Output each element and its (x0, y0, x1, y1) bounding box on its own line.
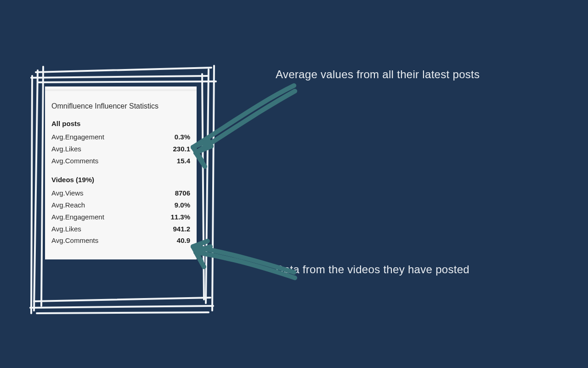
label-all-engagement: Avg.Engagement (51, 132, 104, 142)
row-videos-comments: Avg.Comments 40.9 (45, 235, 197, 247)
row-videos-engagement: Avg.Engagement 11.3% (45, 211, 197, 223)
section-header-videos: Videos (19%) (45, 173, 197, 187)
label-videos-views: Avg.Views (51, 188, 84, 198)
value-videos-likes: 941.2 (173, 224, 190, 234)
row-all-comments: Avg.Comments 15.4 (45, 155, 197, 167)
label-videos-reach: Avg.Reach (51, 200, 85, 210)
value-videos-comments: 40.9 (177, 236, 190, 246)
section-header-all-posts: All posts (45, 117, 197, 131)
value-videos-engagement: 11.3% (170, 212, 190, 222)
stats-card: Omnifluence Influencer Statistics All po… (45, 86, 197, 259)
row-videos-likes: Avg.Likes 941.2 (45, 223, 197, 235)
value-all-comments: 15.4 (177, 156, 190, 166)
card-divider (45, 89, 197, 91)
arrow-top-icon (179, 83, 299, 175)
annotation-bottom: Data from the videos they have posted (276, 263, 469, 276)
label-all-likes: Avg.Likes (51, 144, 81, 154)
label-videos-likes: Avg.Likes (51, 224, 81, 234)
label-videos-engagement: Avg.Engagement (51, 212, 104, 222)
value-videos-views: 8706 (175, 188, 190, 198)
row-videos-views: Avg.Views 8706 (45, 187, 197, 199)
annotation-top: Average values from all their latest pos… (276, 68, 480, 81)
label-videos-comments: Avg.Comments (51, 236, 98, 246)
row-all-engagement: Avg.Engagement 0.3% (45, 131, 197, 143)
card-title: Omnifluence Influencer Statistics (45, 102, 197, 117)
row-videos-reach: Avg.Reach 9.0% (45, 199, 197, 211)
row-all-likes: Avg.Likes 230.1 (45, 143, 197, 155)
value-all-likes: 230.1 (173, 144, 190, 154)
value-videos-reach: 9.0% (175, 200, 190, 210)
label-all-comments: Avg.Comments (51, 156, 98, 166)
value-all-engagement: 0.3% (175, 132, 190, 142)
